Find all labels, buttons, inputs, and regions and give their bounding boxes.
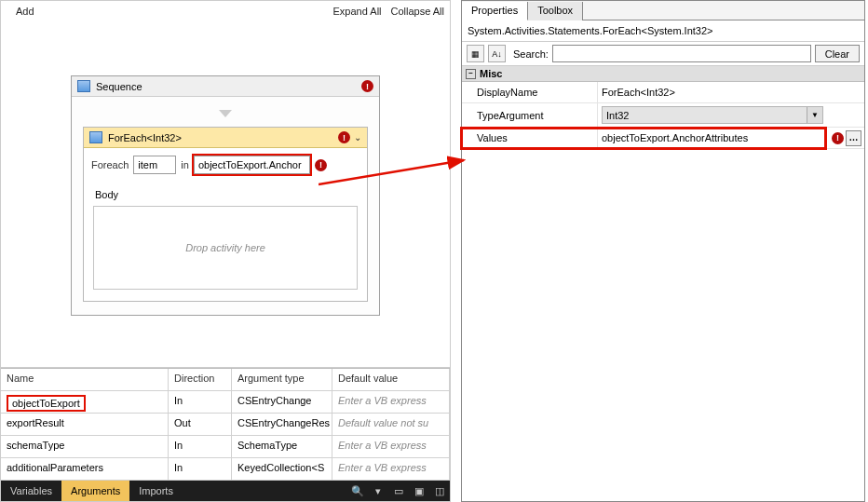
item-input[interactable]: item	[133, 156, 176, 174]
cell-default[interactable]: Enter a VB express	[332, 458, 450, 481]
chevron-down-icon[interactable]: ▼	[807, 107, 822, 123]
sequence-header[interactable]: Sequence !	[72, 76, 379, 97]
chevron-down-icon[interactable]: ⌄	[354, 132, 361, 142]
cell-direction[interactable]: Out	[169, 414, 232, 436]
cell-name[interactable]: schemaType	[1, 436, 169, 458]
foreach-icon	[89, 131, 102, 143]
cell-type[interactable]: KeyedCollection<S	[232, 458, 332, 481]
zoom-dropdown[interactable]: ▾	[368, 481, 388, 501]
body-drop-zone[interactable]: Drop activity here	[93, 206, 358, 290]
category-label: Misc	[480, 68, 502, 79]
col-argtype[interactable]: Argument type	[232, 369, 332, 391]
error-icon[interactable]: !	[832, 132, 844, 144]
values-input[interactable]: objectToExport.Anchor	[194, 156, 310, 174]
sequence-title: Sequence	[96, 81, 361, 92]
prop-value[interactable]: Int32 ▼	[597, 103, 827, 127]
error-icon[interactable]: !	[338, 131, 350, 143]
foreach-args-row: Foreach item in objectToExport.Anchor !	[84, 148, 367, 180]
overview-icon[interactable]: ▭	[388, 481, 409, 501]
foreach-label: Foreach	[91, 159, 129, 170]
category-misc[interactable]: − Misc	[462, 66, 864, 82]
cell-name[interactable]: additionalParameters	[1, 458, 169, 481]
dropdown-text: Int32	[606, 110, 629, 121]
prop-value[interactable]: ForEach<Int32>	[597, 82, 827, 102]
error-icon[interactable]: !	[315, 159, 327, 171]
ellipsis-button[interactable]: …	[846, 130, 861, 146]
error-icon[interactable]: !	[361, 80, 373, 92]
arguments-grid: Name Direction Argument type Default val…	[1, 368, 450, 481]
col-default[interactable]: Default value	[332, 369, 450, 391]
clear-button[interactable]: Clear	[815, 45, 860, 62]
bottom-tab-bar: Variables Arguments Imports 🔍 ▾ ▭ ▣ ◫	[1, 481, 450, 501]
collapse-all-button[interactable]: Collapse All	[391, 6, 444, 17]
cell-default[interactable]: Enter a VB express	[332, 436, 450, 458]
activity-sequence[interactable]: Sequence ! ForEach<Int32> ! ⌄ Foreach it…	[71, 75, 380, 316]
activity-foreach[interactable]: ForEach<Int32> ! ⌄ Foreach item in objec…	[83, 127, 368, 302]
col-direction[interactable]: Direction	[169, 369, 232, 391]
sequence-body: ForEach<Int32> ! ⌄ Foreach item in objec…	[72, 97, 379, 315]
in-label: in	[181, 159, 189, 170]
designer-surface[interactable]: Sequence ! ForEach<Int32> ! ⌄ Foreach it…	[1, 21, 450, 368]
col-name[interactable]: Name	[1, 369, 169, 391]
prop-values[interactable]: Values objectToExport.AnchorAttributes !…	[462, 128, 864, 149]
cell-type[interactable]: SchemaType	[232, 436, 332, 458]
cell-name[interactable]: objectToExport	[1, 391, 169, 414]
tab-imports[interactable]: Imports	[129, 481, 183, 501]
search-label: Search:	[513, 48, 549, 60]
tab-properties[interactable]: Properties	[462, 2, 528, 20]
properties-panel: Properties Toolbox System.Activities.Sta…	[461, 0, 865, 502]
sequence-icon	[77, 80, 90, 92]
search-icon[interactable]: 🔍	[347, 481, 368, 501]
categorized-icon[interactable]: ▦	[467, 45, 484, 62]
foreach-header[interactable]: ForEach<Int32> ! ⌄	[84, 128, 367, 148]
right-tabs: Properties Toolbox	[462, 1, 864, 20]
cell-direction[interactable]: In	[169, 458, 232, 481]
properties-toolbar: ▦ A↓ Search: Clear	[462, 41, 864, 66]
cell-name[interactable]: exportResult	[1, 414, 169, 436]
search-input[interactable]	[552, 45, 811, 62]
prop-name: Values	[462, 129, 597, 146]
cell-default[interactable]: Enter a VB express	[332, 391, 450, 414]
fit-icon[interactable]: ▣	[409, 481, 429, 501]
tab-toolbox[interactable]: Toolbox	[528, 2, 583, 20]
table-row[interactable]: schemaTypeInSchemaTypeEnter a VB express	[1, 436, 450, 458]
prop-name: DisplayName	[462, 84, 597, 101]
prop-displayname[interactable]: DisplayName ForEach<Int32>	[462, 82, 864, 103]
drop-hint: Drop activity here	[185, 242, 265, 253]
tab-variables[interactable]: Variables	[1, 481, 61, 501]
prop-name: TypeArgument	[462, 107, 597, 124]
body-label: Body	[95, 189, 356, 200]
foreach-title: ForEach<Int32>	[108, 132, 338, 143]
prop-value[interactable]: objectToExport.AnchorAttributes	[597, 128, 827, 148]
add-button[interactable]: Add	[16, 6, 34, 17]
cell-direction[interactable]: In	[169, 436, 232, 458]
minimap-icon[interactable]: ◫	[429, 481, 450, 501]
table-row[interactable]: objectToExportInCSEntryChangeEnter a VB …	[1, 391, 450, 414]
selected-type-label: System.Activities.Statements.ForEach<Sys…	[462, 20, 864, 41]
designer-panel: Add Expand All Collapse All Sequence ! F…	[0, 0, 451, 502]
tab-arguments[interactable]: Arguments	[61, 481, 129, 501]
expand-all-button[interactable]: Expand All	[333, 6, 382, 17]
foreach-body: Body Drop activity here	[84, 180, 367, 301]
table-row[interactable]: exportResultOutCSEntryChangeResDefault v…	[1, 414, 450, 436]
designer-toolbar: Add Expand All Collapse All	[1, 1, 450, 21]
grid-header-row: Name Direction Argument type Default val…	[1, 369, 450, 391]
collapse-toggle-icon[interactable]: −	[466, 69, 476, 79]
cell-type[interactable]: CSEntryChange	[232, 391, 332, 414]
cell-direction[interactable]: In	[169, 391, 232, 414]
sort-az-icon[interactable]: A↓	[488, 45, 506, 62]
drop-indicator-icon	[219, 110, 232, 117]
cell-type[interactable]: CSEntryChangeRes	[232, 414, 332, 436]
table-row[interactable]: additionalParametersInKeyedCollection<SE…	[1, 458, 450, 481]
cell-default[interactable]: Default value not su	[332, 414, 450, 436]
prop-typeargument[interactable]: TypeArgument Int32 ▼	[462, 103, 864, 128]
